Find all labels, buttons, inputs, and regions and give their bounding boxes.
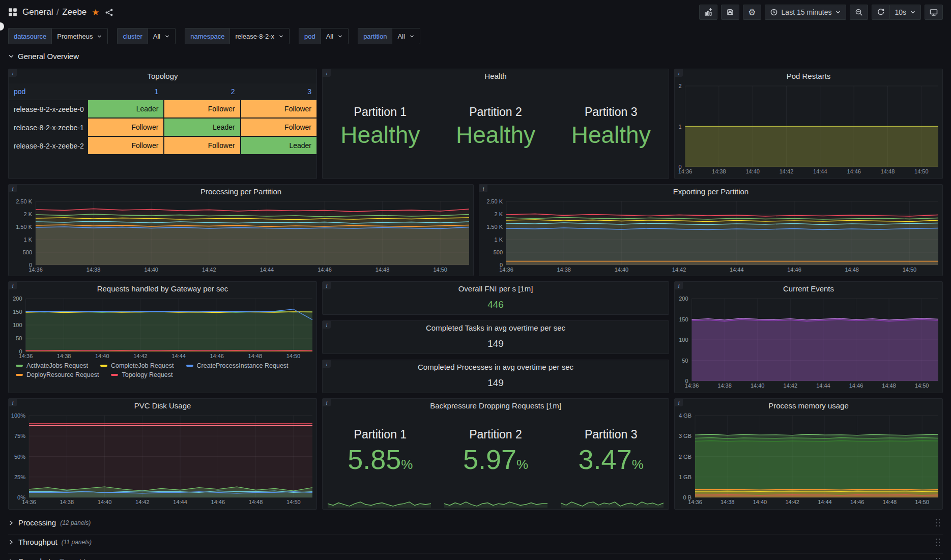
panel-info-icon[interactable]: i bbox=[9, 69, 17, 77]
legend-item[interactable]: CreateProcessInstance Request bbox=[186, 362, 289, 369]
row-title: Snapshots bbox=[18, 557, 54, 560]
panel-title[interactable]: Completed Tasks in avg overtime per sec bbox=[323, 321, 669, 334]
panel-title[interactable]: Topology bbox=[9, 69, 316, 82]
legend-item[interactable]: ActivateJobs Request bbox=[16, 362, 88, 369]
variable-datasource: datasource Prometheus bbox=[8, 28, 108, 44]
panel-info-icon[interactable]: i bbox=[9, 399, 17, 406]
breadcrumb-section[interactable]: General bbox=[22, 7, 53, 17]
pvc-disk-usage-chart[interactable]: 100%75%50%25%0%14:3614:3814:4014:4214:44… bbox=[9, 412, 316, 506]
legend-item[interactable]: DeployResource Request bbox=[16, 371, 99, 378]
variable-value-picker[interactable]: All bbox=[321, 28, 349, 44]
svg-text:14:48: 14:48 bbox=[882, 382, 896, 389]
role-cell: Follower bbox=[87, 137, 163, 155]
svg-text:14:48: 14:48 bbox=[883, 499, 897, 505]
row-drag-handle[interactable] bbox=[935, 538, 941, 546]
panel-info-icon[interactable]: i bbox=[675, 282, 683, 289]
exporting-chart[interactable]: 2.50 K2 K1.50 K1 K500014:3614:3814:4014:… bbox=[479, 198, 942, 274]
svg-text:14:44: 14:44 bbox=[730, 267, 744, 273]
panel-title[interactable]: Backpressure Dropping Requests [1m] bbox=[323, 399, 669, 412]
row-drag-handle[interactable] bbox=[935, 518, 941, 527]
panel-title[interactable]: Overall FNI per s [1m] bbox=[323, 282, 669, 295]
panel-title[interactable]: Current Events bbox=[675, 282, 942, 295]
legend-label: ActivateJobs Request bbox=[26, 362, 88, 369]
pod-restarts-chart[interactable]: 21014:3614:3814:4014:4214:4414:4614:4814… bbox=[675, 82, 942, 175]
chevron-right-icon bbox=[8, 520, 14, 526]
save-dashboard-button[interactable] bbox=[721, 5, 739, 20]
svg-text:14:44: 14:44 bbox=[813, 168, 827, 174]
gateway-chart[interactable]: 20015010050014:3614:3814:4014:4214:4414:… bbox=[9, 295, 316, 360]
legend-swatch bbox=[100, 365, 107, 367]
panel-info-icon[interactable]: i bbox=[323, 321, 331, 329]
row-snapshots[interactable]: Snapshots (5 panels) bbox=[8, 553, 943, 560]
panel-info-icon[interactable]: i bbox=[675, 69, 683, 77]
column-header-pod[interactable]: pod bbox=[9, 83, 87, 100]
role-cell: Follower bbox=[163, 137, 240, 155]
page-title: Zeebe bbox=[62, 7, 87, 17]
panel-info-icon[interactable]: i bbox=[323, 399, 331, 406]
partition-label: Partition 2 bbox=[438, 105, 554, 119]
row-processing[interactable]: Processing (12 panels) bbox=[8, 515, 943, 530]
variable-value-picker[interactable]: Prometheus bbox=[51, 28, 108, 44]
svg-text:14:46: 14:46 bbox=[847, 168, 861, 174]
row-drag-handle[interactable] bbox=[935, 557, 941, 560]
stat-value: 149 bbox=[323, 338, 669, 349]
panel-info-icon[interactable]: i bbox=[323, 69, 331, 77]
value-suffix: % bbox=[516, 457, 528, 472]
panel-info-icon[interactable]: i bbox=[9, 282, 17, 289]
panel-title[interactable]: PVC Disk Usage bbox=[9, 399, 316, 412]
apps-grid-icon[interactable] bbox=[8, 8, 17, 17]
panel-info-icon[interactable]: i bbox=[675, 399, 683, 406]
panel-title[interactable]: Process memory usage bbox=[675, 399, 942, 412]
panel-title[interactable]: Requests handled by Gateway per sec bbox=[9, 282, 316, 295]
process-memory-chart[interactable]: 4 GB3 GB2 GB1 GB0 B14:3614:3814:4014:421… bbox=[675, 412, 942, 506]
legend-item[interactable]: Topology Request bbox=[111, 371, 172, 378]
variable-value-picker[interactable]: release-8-2-x bbox=[229, 28, 290, 44]
time-range-picker[interactable]: Last 15 minutes bbox=[765, 5, 847, 20]
variable-value-picker[interactable]: All bbox=[148, 28, 176, 44]
panel-title[interactable]: Pod Restarts bbox=[675, 69, 942, 82]
panel-processing-per-partition: i Processing per Partition 2.50 K2 K1.50… bbox=[8, 184, 474, 276]
variable-value: Prometheus bbox=[57, 33, 93, 40]
tv-mode-button[interactable] bbox=[925, 5, 943, 20]
column-header-partition-2[interactable]: 2 bbox=[163, 83, 240, 100]
clock-icon bbox=[770, 8, 778, 16]
panel-info-icon[interactable]: i bbox=[323, 282, 331, 289]
column-header-partition-3[interactable]: 3 bbox=[240, 83, 316, 100]
chevron-down-icon bbox=[910, 9, 916, 15]
add-panel-button[interactable] bbox=[699, 5, 717, 20]
svg-text:14:50: 14:50 bbox=[286, 353, 301, 359]
health-partition-2: Partition 2 Healthy bbox=[438, 105, 554, 146]
sparkline bbox=[328, 500, 431, 508]
svg-text:14:40: 14:40 bbox=[753, 499, 767, 505]
panel-info-icon[interactable]: i bbox=[9, 185, 17, 192]
legend-item[interactable]: CompleteJob Request bbox=[100, 362, 174, 369]
current-events-chart[interactable]: 20015010050014:3614:3814:4014:4214:4414:… bbox=[675, 295, 942, 390]
dashboard-settings-button[interactable]: ⚙ bbox=[743, 5, 761, 20]
svg-text:14:36: 14:36 bbox=[22, 499, 36, 505]
svg-text:14:50: 14:50 bbox=[914, 168, 929, 174]
refresh-button[interactable] bbox=[872, 5, 890, 20]
chevron-right-icon bbox=[8, 539, 14, 545]
favorite-star-icon[interactable]: ★ bbox=[92, 8, 99, 17]
svg-text:100%: 100% bbox=[11, 412, 25, 419]
panel-title[interactable]: Completed Processes in avg overtime per … bbox=[323, 360, 669, 373]
processing-chart[interactable]: 2.50 K2 K1.50 K1 K500014:3614:3814:4014:… bbox=[9, 198, 473, 274]
share-icon[interactable] bbox=[105, 8, 113, 17]
legend-label: CreateProcessInstance Request bbox=[197, 362, 289, 369]
variable-value-picker[interactable]: All bbox=[392, 28, 420, 44]
svg-text:14:38: 14:38 bbox=[717, 382, 732, 389]
column-header-partition-1[interactable]: 1 bbox=[87, 83, 163, 100]
panel-title[interactable]: Exporting per Partition bbox=[479, 185, 942, 198]
svg-text:14:50: 14:50 bbox=[915, 499, 929, 505]
refresh-interval-picker[interactable]: 10s bbox=[890, 5, 921, 20]
panel-title[interactable]: Processing per Partition bbox=[9, 185, 473, 198]
row-throughput[interactable]: Throughput (11 panels) bbox=[8, 534, 943, 549]
table-row: release-8-2-x-zeebe-2 Follower Follower … bbox=[9, 137, 316, 155]
svg-text:14:42: 14:42 bbox=[672, 267, 686, 273]
panel-title[interactable]: Health bbox=[323, 69, 669, 82]
variable-value: All bbox=[326, 33, 333, 40]
panel-info-icon[interactable]: i bbox=[479, 185, 487, 192]
section-general-overview[interactable]: General Overview bbox=[0, 45, 951, 61]
zoom-out-button[interactable] bbox=[850, 5, 868, 20]
panel-info-icon[interactable]: i bbox=[323, 360, 331, 368]
